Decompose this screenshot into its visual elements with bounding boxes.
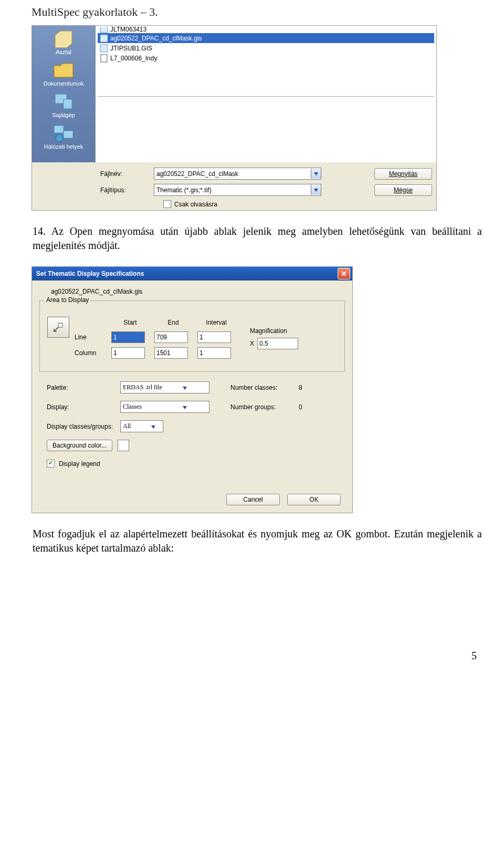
file-name: ag020522_DPAC_cd_clMask.gis <box>110 35 202 42</box>
svg-point-4 <box>56 134 63 142</box>
file-row-selected[interactable]: ag020522_DPAC_cd_clMask.gis <box>98 33 434 43</box>
display-classes-groups-input[interactable] <box>121 421 151 431</box>
number-classes-value: 8 <box>299 384 314 391</box>
column-start-input[interactable] <box>111 347 145 359</box>
number-groups-value: 0 <box>299 403 314 411</box>
magnification-x: X <box>250 340 254 347</box>
places-network[interactable]: Hálózati helyek <box>31 121 96 153</box>
line-start-input[interactable] <box>111 331 145 343</box>
readonly-row[interactable]: Csak olvasásra <box>163 200 432 208</box>
svg-rect-8 <box>101 55 107 62</box>
file-name: JTIPSUB1.GIS <box>110 45 152 52</box>
desktop-icon <box>53 30 74 48</box>
svg-rect-5 <box>100 27 108 33</box>
file-name: JLTM063413 <box>110 27 146 33</box>
file-icon <box>100 34 108 43</box>
places-desktop-label: Asztal <box>56 49 71 55</box>
palette-label: Palette: <box>47 384 120 391</box>
thematic-display-dialog: Set Thematic Display Specifications ag02… <box>32 266 353 513</box>
display-input[interactable] <box>121 402 183 412</box>
palette-input[interactable] <box>121 382 183 392</box>
number-classes-label: Number classes: <box>230 384 299 391</box>
svg-rect-6 <box>100 35 108 42</box>
file-list[interactable]: JLTM063413 ag020522_DPAC_cd_clMask.gis J… <box>98 26 434 96</box>
svg-rect-2 <box>54 126 64 133</box>
row-label-column: Column <box>75 349 106 357</box>
row-label-line: Line <box>75 334 106 341</box>
places-network-label: Hálózati helyek <box>44 143 83 150</box>
file-icon <box>100 27 108 33</box>
file-name: L7_000606_Indy <box>110 55 157 62</box>
display-legend-checkbox[interactable] <box>47 460 55 468</box>
dropdown-button[interactable] <box>311 169 321 179</box>
display-combo[interactable] <box>120 401 209 413</box>
document-header: MultiSpec gyakorlatok – 3. <box>32 5 483 21</box>
svg-rect-3 <box>64 131 73 138</box>
file-area: JLTM063413 ag020522_DPAC_cd_clMask.gis J… <box>95 26 436 162</box>
cancel-button[interactable]: Mégse <box>374 184 432 196</box>
file-icon <box>100 54 108 63</box>
column-interval-input[interactable] <box>197 347 231 359</box>
dialog-filename: ag020522_DPAC_cd_clMask.gis <box>51 288 345 295</box>
filetype-label: Fájltípus: <box>100 186 148 194</box>
dialog-ok-button[interactable]: OK <box>287 494 341 505</box>
readonly-checkbox[interactable] <box>163 200 171 208</box>
computer-icon <box>53 93 74 111</box>
places-bar: Asztal Dokumentumok Sajátgép <box>32 26 95 162</box>
file-row[interactable]: L7_000606_Indy <box>98 53 434 63</box>
dialog-close-button[interactable] <box>338 268 350 279</box>
display-legend-label: Display legend <box>59 460 100 468</box>
background-color-swatch[interactable] <box>118 440 129 451</box>
dialog-title: Set Thematic Display Specifications <box>36 270 144 277</box>
filetype-combo[interactable] <box>154 184 321 196</box>
line-end-input[interactable] <box>154 331 188 343</box>
header-end: End <box>154 319 192 326</box>
file-row[interactable]: JTIPSUB1.GIS <box>98 43 434 53</box>
places-desktop[interactable]: Asztal <box>31 27 96 58</box>
open-button[interactable]: Megnyitás <box>374 168 432 180</box>
paragraph-2: Most fogadjuk el az alapértelmezett beál… <box>33 527 482 555</box>
background-color-button[interactable]: Background color... <box>47 440 112 451</box>
places-documents[interactable]: Dokumentumok <box>31 58 96 90</box>
filetype-input[interactable] <box>154 185 311 195</box>
dropdown-button[interactable] <box>183 403 187 411</box>
folder-icon <box>53 61 74 79</box>
dialog-cancel-button[interactable]: Cancel <box>226 494 280 505</box>
dialog-title-bar: Set Thematic Display Specifications <box>32 267 352 281</box>
display-legend-row[interactable]: Display legend <box>39 460 345 468</box>
open-file-dialog: Asztal Dokumentumok Sajátgép <box>32 25 437 211</box>
dropdown-button[interactable] <box>151 423 155 430</box>
header-interval: Interval <box>197 319 235 326</box>
groupbox-title: Area to Display <box>44 296 91 304</box>
column-end-input[interactable] <box>154 347 188 359</box>
filename-label: Fájlnév: <box>100 170 148 178</box>
magnification-label: Magnification <box>250 327 298 335</box>
magnification-input[interactable] <box>257 338 298 349</box>
palette-combo[interactable] <box>120 381 209 393</box>
display-classes-groups-label: Display classes/groups: <box>47 423 120 430</box>
places-computer[interactable]: Sajátgép <box>31 90 96 121</box>
places-computer-label: Sajátgép <box>52 112 75 118</box>
svg-rect-7 <box>100 45 108 52</box>
display-label: Display: <box>47 403 120 411</box>
number-groups-label: Number groups: <box>230 403 299 411</box>
dropdown-button[interactable] <box>183 384 187 391</box>
svg-rect-9 <box>58 323 62 327</box>
display-classes-groups-combo[interactable] <box>120 420 163 432</box>
zoom-full-button[interactable] <box>47 317 69 338</box>
dropdown-button[interactable] <box>311 185 321 195</box>
file-row-clipped[interactable]: JLTM063413 <box>98 27 434 33</box>
filename-combo[interactable] <box>154 168 321 180</box>
area-to-display-group: Area to Display Start End Interval Line <box>39 300 345 372</box>
readonly-label: Csak olvasásra <box>174 201 217 208</box>
network-icon <box>53 124 74 142</box>
svg-rect-1 <box>64 99 72 109</box>
filename-input[interactable] <box>154 169 311 179</box>
paragraph-1: 14. Az Open megnyomása után újabb ablak … <box>33 224 482 253</box>
file-icon <box>100 44 108 53</box>
page-number: 5 <box>32 650 483 662</box>
line-interval-input[interactable] <box>197 331 231 343</box>
places-documents-label: Dokumentumok <box>43 80 83 87</box>
header-start: Start <box>111 319 149 326</box>
